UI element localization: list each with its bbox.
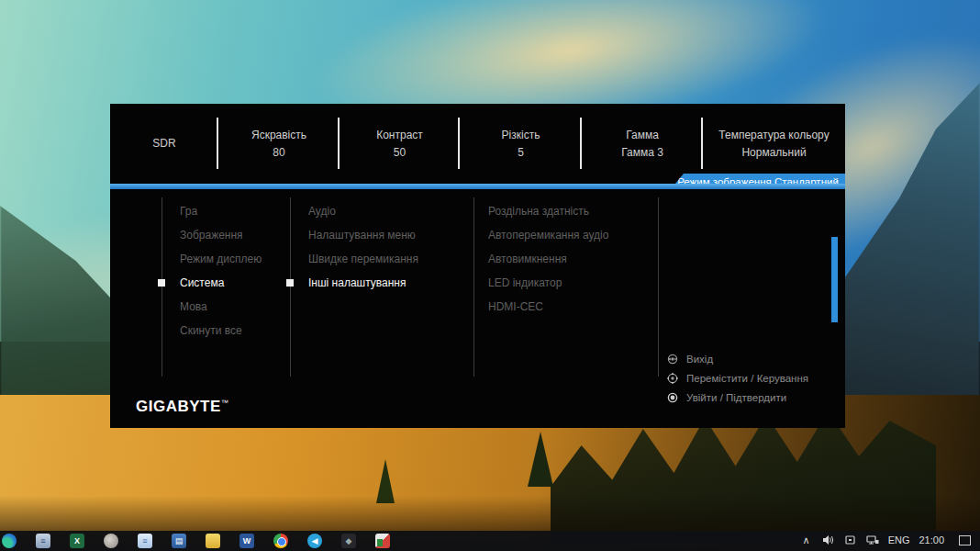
menu-item-hdmi-cec[interactable]: HDMI-CEC [488, 295, 608, 319]
menu-item-audio[interactable]: Аудіо [308, 199, 418, 223]
gimp-icon[interactable] [104, 534, 118, 548]
osd-scrollbar[interactable] [831, 237, 838, 322]
header-cell-gamma: Гамма Гамма 3 [582, 104, 703, 184]
menu-item-resolution[interactable]: Роздільна здатність [488, 199, 608, 223]
header-label: SDR [152, 137, 175, 151]
osd-status-header: SDR Яскравість 80 Контраст 50 Різкість 5… [110, 104, 845, 184]
hint-move-control: Перемістити / Керування [666, 372, 808, 385]
menu-item-game[interactable]: Гра [180, 199, 262, 223]
header-label: Контраст [376, 129, 423, 142]
header-cell-source: SDR [110, 104, 218, 184]
selected-marker-sub [286, 279, 294, 287]
header-value: 80 [273, 146, 284, 160]
header-value: 5 [518, 146, 524, 160]
gigabyte-logo: GIGABYTE™ [136, 398, 228, 416]
monitor-osd-panel: SDR Яскравість 80 Контраст 50 Різкість 5… [110, 104, 845, 428]
menu-item-auto-power-off[interactable]: Автовимкнення [488, 247, 608, 271]
taskbar-clock[interactable]: 21:00 [919, 535, 944, 545]
windows-taskbar: ≡ X ≡ ▤ W ◀ ◆ ∧ ENG 21:00 [0, 531, 980, 551]
selected-marker-main [158, 279, 165, 287]
menu-column-sub: Аудіо Налаштування меню Швидке перемикан… [308, 199, 418, 295]
menu-item-menu-settings[interactable]: Налаштування меню [308, 223, 418, 247]
gigabyte-logo-tm: ™ [221, 399, 229, 407]
menu-item-reset-all[interactable]: Скинути все [180, 319, 262, 343]
menu-item-quick-switch[interactable]: Швидке перемикання [308, 247, 418, 271]
hint-label: Увійти / Підтвердити [686, 392, 786, 403]
header-cell-color-temp: Температура кольору Нормальний [703, 104, 845, 184]
hint-exit: Вихід [666, 353, 808, 365]
menu-item-display-mode[interactable]: Режим дисплею [180, 247, 262, 271]
clock-time: 21:00 [919, 535, 944, 545]
header-label: Різкість [502, 129, 540, 142]
screen: SDR Яскравість 80 Контраст 50 Різкість 5… [0, 0, 980, 551]
joystick-icon [666, 372, 679, 385]
hint-label: Перемістити / Керування [686, 373, 808, 384]
menu-column-main: Гра Зображення Режим дисплею Система Мов… [180, 199, 262, 343]
gigabyte-logo-text: GIGABYTE [136, 398, 221, 415]
column-divider [473, 197, 474, 377]
menu-item-language[interactable]: Мова [180, 295, 262, 319]
onedrive-icon[interactable] [844, 534, 857, 546]
header-label: Яскравість [251, 129, 306, 142]
header-value: Гамма 3 [621, 146, 663, 160]
wallpaper-tree [528, 432, 553, 487]
action-center-icon[interactable] [959, 535, 971, 545]
osd-accent-line [110, 184, 845, 189]
menu-item-picture[interactable]: Зображення [180, 223, 262, 247]
menu-column-options: Роздільна здатність Автоперемикання ауді… [488, 199, 608, 319]
utility-app-icon[interactable] [375, 534, 390, 548]
tray-chevron-icon[interactable]: ∧ [800, 534, 813, 546]
network-icon[interactable] [866, 534, 879, 546]
taskbar-icons: ≡ X ≡ ▤ W ◀ ◆ [0, 531, 390, 548]
header-cell-contrast: Контраст 50 [340, 104, 460, 184]
column-divider [161, 197, 162, 377]
word-icon[interactable]: W [239, 534, 254, 548]
notepad-icon[interactable]: ≡ [138, 534, 152, 548]
joystick-icon [666, 391, 679, 404]
language-indicator[interactable]: ENG [888, 534, 910, 545]
volume-icon[interactable] [822, 534, 835, 546]
hint-enter-confirm: Увійти / Підтвердити [666, 391, 808, 404]
menu-item-other-settings[interactable]: Інші налаштування [308, 271, 418, 295]
column-divider [290, 197, 291, 377]
joystick-icon [666, 353, 679, 365]
menu-item-led-indicator[interactable]: LED індикатор [488, 271, 608, 295]
hint-label: Вихід [686, 354, 713, 365]
header-label: Температура кольору [718, 129, 829, 142]
header-value: 50 [394, 146, 406, 160]
edge-icon[interactable] [2, 534, 17, 548]
header-label: Гамма [626, 129, 659, 142]
telegram-icon[interactable]: ◀ [307, 534, 322, 548]
chrome-icon[interactable] [273, 534, 288, 548]
dark-app-icon[interactable]: ◆ [341, 534, 356, 548]
osd-key-hints: Вихід Перемістити / Керування Ув [666, 353, 808, 404]
header-cell-sharpness: Різкість 5 [460, 104, 582, 184]
column-divider [658, 197, 659, 377]
excel-icon[interactable]: X [70, 534, 84, 548]
menu-item-system[interactable]: Система [180, 271, 262, 295]
system-tray: ∧ ENG 21:00 [800, 531, 980, 546]
header-cell-brightness: Яскравість 80 [218, 104, 340, 184]
file-explorer-icon[interactable] [206, 534, 220, 548]
calculator-icon[interactable]: ▤ [172, 534, 186, 548]
document-app-icon[interactable]: ≡ [36, 534, 50, 548]
menu-item-auto-audio-switch[interactable]: Автоперемикання аудіо [488, 223, 608, 247]
header-value: Нормальний [741, 146, 806, 160]
